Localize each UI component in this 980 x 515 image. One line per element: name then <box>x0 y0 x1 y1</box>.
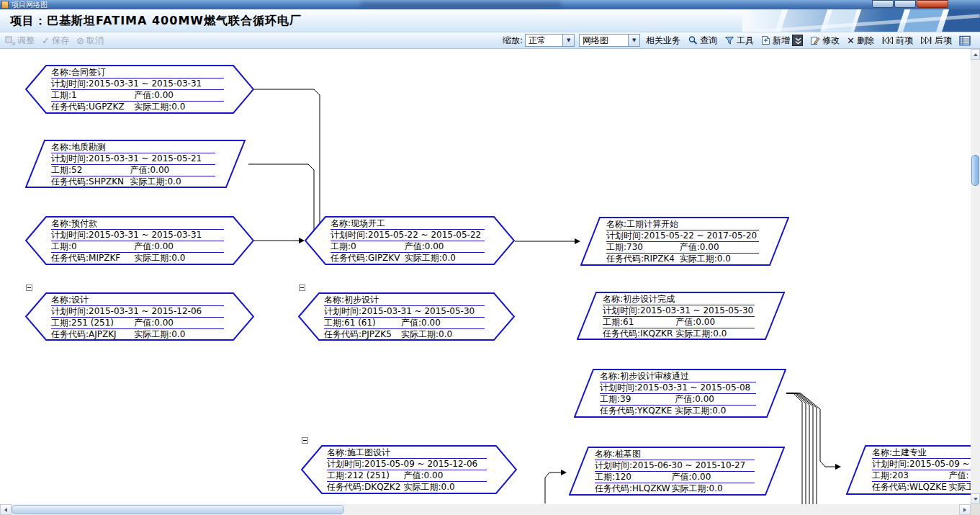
task-plan-time: 计划时间:2015-05-09 ~ 2015-12-06 <box>327 459 487 470</box>
task-code: 任务代码:GIPZKV <box>331 253 400 263</box>
cancel-button[interactable]: ⊘ 取消 <box>73 33 107 48</box>
task-duration: 工期:120 <box>595 472 631 482</box>
task-actual-duration: 实际工期:0.0 <box>675 328 727 339</box>
task-output: 产值: <box>949 470 969 481</box>
task-code-actual: 任务代码:RIPZK4实际工期:0.0 <box>606 254 759 265</box>
task-name: 名称:初步设计完成 <box>603 294 755 305</box>
task-code-actual: 任务代码:WLQZKE实际工期: <box>872 482 971 493</box>
zoom-select[interactable]: 正常 ▼ <box>525 34 575 47</box>
diagram-canvas[interactable]: 名称:合同签订计划时间:2015-03-31 ~ 2015-03-31工期:1产… <box>0 49 971 504</box>
task-node-RIPZK4[interactable]: 名称:工期计算开始计划时间:2015-05-22 ~ 2017-05-20工期:… <box>580 217 789 266</box>
task-plan-time: 计划时间:2015-06-30 ~ 2015-10-27 <box>595 460 755 472</box>
check-icon: ✓ <box>42 35 50 46</box>
task-actual-duration: 实际工期:0.0 <box>672 483 723 494</box>
task-actual-duration: 实际工期:0.0 <box>134 102 185 112</box>
scrollbar-corner <box>971 504 980 515</box>
task-actual-duration: 实际工期:0.0 <box>134 253 185 264</box>
next-item-button[interactable]: 后项 <box>917 33 956 48</box>
task-node-GIPZKV[interactable]: 名称:现场开工计划时间:2015-05-22 ~ 2015-05-22工期:0产… <box>305 216 515 265</box>
task-node-SHPZKN[interactable]: 名称:地质勘测计划时间:2015-03-31 ~ 2015-05-21工期:52… <box>25 140 246 188</box>
task-code-actual: 任务代码:HLQZKW实际工期:0.0 <box>595 483 755 495</box>
task-code: 任务代码:DKQZK2 <box>327 482 400 492</box>
task-node-IKQZKR[interactable]: 名称:初步设计完成计划时间:2015-03-31 ~ 2015-05-30工期:… <box>577 292 785 340</box>
minimize-button[interactable] <box>872 0 894 8</box>
task-plan-time: 计划时间:2015-03-31 ~ 2015-12-06 <box>51 306 224 318</box>
window-titlebar: 项目网络图 <box>0 0 980 9</box>
query-button[interactable]: 查询 <box>684 33 721 48</box>
task-node-HLQZKW[interactable]: 名称:桩基图计划时间:2015-06-30 ~ 2015-10-27工期:120… <box>569 447 785 496</box>
task-code: 任务代码:YKQZKE <box>600 406 672 416</box>
scroll-up-button[interactable] <box>971 49 980 60</box>
task-output: 产值:0.00 <box>130 165 169 176</box>
task-duration: 工期:61 <box>603 317 634 327</box>
previous-item-button[interactable]: 前项 <box>878 33 917 48</box>
task-duration-output: 工期:730产值:0.00 <box>606 242 759 254</box>
chevron-down-icon[interactable]: ▼ <box>562 34 575 47</box>
save-button[interactable]: ✓ 保存 <box>38 33 73 48</box>
zoom-select-value[interactable]: 正常 <box>525 34 562 47</box>
task-name: 名称:设计 <box>51 295 224 306</box>
task-node-UGPZKZ[interactable]: 名称:合同签订计划时间:2015-03-31 ~ 2015-03-31工期:1产… <box>25 65 254 114</box>
scroll-right-button[interactable] <box>959 504 971 515</box>
task-plan-time: 计划时间:2015-05-22 ~ 2015-05-22 <box>331 230 485 241</box>
related-business-button[interactable]: 相关业务 <box>642 33 684 48</box>
collapse-toggle-icon[interactable] <box>302 437 308 444</box>
new-document-icon <box>761 35 770 45</box>
task-duration-output: 工期:203产值: <box>872 470 971 482</box>
scroll-left-button[interactable] <box>0 504 12 515</box>
delete-button[interactable]: ✕ 删除 <box>843 33 878 48</box>
scroll-down-button[interactable] <box>971 493 980 504</box>
task-code: 任务代码:HLQZKW <box>595 483 670 493</box>
task-node-YKQZKE[interactable]: 名称:初步设计审核通过计划时间:2015-03-31 ~ 2015-05-08工… <box>574 369 786 418</box>
header-building-decoration <box>742 9 980 32</box>
horizontal-scroll-thumb[interactable] <box>12 505 344 514</box>
view-select[interactable]: 网络图 ▼ <box>579 34 640 47</box>
task-duration: 工期:212 (251) <box>327 470 390 480</box>
task-code: 任务代码:SHPZKN <box>51 176 124 187</box>
task-name: 名称:现场开工 <box>331 218 485 230</box>
add-button[interactable]: 新增 <box>758 33 806 48</box>
task-duration: 工期:203 <box>872 470 909 480</box>
horizontal-scrollbar[interactable] <box>0 504 971 515</box>
task-name: 名称:初步设计审核通过 <box>600 371 756 382</box>
collapse-toggle-icon[interactable] <box>299 285 305 291</box>
collapse-toggle-icon[interactable] <box>26 285 32 291</box>
tools-button[interactable]: 工具 <box>721 33 758 48</box>
task-output: 产值:0.00 <box>401 318 441 328</box>
double-chevron-down-icon[interactable] <box>792 35 803 46</box>
task-actual-duration: 实际工期:0.0 <box>675 406 726 416</box>
task-plan-time: 计划时间:2015-05-22 ~ 2017-05-20 <box>606 230 759 242</box>
task-plan-time: 计划时间:2015-03-31 ~ 2015-03-31 <box>51 230 224 241</box>
close-button[interactable] <box>917 0 948 8</box>
project-header: 项目：巴基斯坦FATIMA 400MW燃气联合循环电厂 <box>0 9 980 32</box>
task-actual-duration: 实际工期:0.0 <box>130 176 181 187</box>
task-output: 产值:0.00 <box>134 241 174 252</box>
maximize-button[interactable] <box>894 0 916 8</box>
task-code-actual: 任务代码:PJPZK5实际工期:0.0 <box>324 329 485 341</box>
connector-lines <box>0 49 971 504</box>
adjust-button[interactable]: 调整 <box>1 33 38 48</box>
task-node-WLQZKE[interactable]: 名称:土建专业计划时间:2015-05-09 ~工期:203产值:任务代码:WL… <box>846 445 971 495</box>
task-code: 任务代码:PJPZK5 <box>324 329 392 339</box>
task-name: 名称:施工图设计 <box>327 447 487 459</box>
vertical-scroll-thumb[interactable] <box>971 155 979 186</box>
chevron-down-icon[interactable]: ▼ <box>628 34 640 47</box>
task-duration: 工期:1 <box>51 90 77 100</box>
task-node-DKQZK2[interactable]: 名称:施工图设计计划时间:2015-05-09 ~ 2015-12-06工期:2… <box>301 445 517 494</box>
task-duration-output: 工期:39产值:0.00 <box>600 394 756 406</box>
filter-icon <box>724 35 734 45</box>
task-actual-duration: 实际工期: <box>949 482 971 493</box>
task-node-PJPZK5[interactable]: 名称:初步设计计划时间:2015-03-31 ~ 2015-05-30工期:61… <box>298 292 515 341</box>
task-node-MIPZKF[interactable]: 名称:预付款计划时间:2015-03-31 ~ 2015-03-31工期:0产值… <box>25 216 254 265</box>
task-duration-output: 工期:251 (251)产值:0.00 <box>51 318 224 329</box>
modify-button[interactable]: 修改 <box>806 33 843 48</box>
view-select-value[interactable]: 网络图 <box>579 34 628 47</box>
grid-view-button[interactable] <box>956 33 974 48</box>
task-output: 产值:0.00 <box>134 90 174 101</box>
task-duration: 工期:0 <box>331 241 356 251</box>
vertical-scrollbar[interactable] <box>971 49 980 504</box>
task-node-AJPZKJ[interactable]: 名称:设计计划时间:2015-03-31 ~ 2015-12-06工期:251 … <box>25 292 254 341</box>
task-output: 产值:0.00 <box>134 318 174 328</box>
task-actual-duration: 实际工期:0.0 <box>405 253 456 264</box>
task-output: 产值:0.00 <box>405 241 444 252</box>
